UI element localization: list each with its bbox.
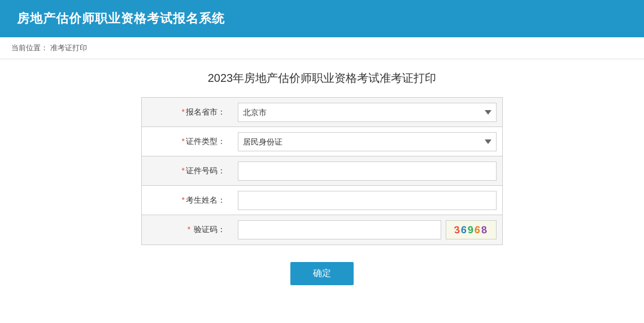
breadcrumb-current: 准考证打印	[50, 43, 87, 52]
name-label: *考生姓名：	[142, 195, 232, 206]
page-title: 2023年房地产估价师职业资格考试准考证打印	[23, 71, 621, 86]
id-type-field: 居民身份证 护照 港澳通行证	[232, 128, 502, 156]
app-header: 房地产估价师职业资格考试报名系统	[0, 0, 644, 37]
captcha-row: * 验证码： 3 6 9 6 8	[142, 215, 502, 245]
captcha-char-5: 8	[481, 224, 489, 236]
id-number-label: *证件号码：	[142, 166, 232, 176]
province-select[interactable]: 北京市 上海市 广州市 深圳市	[238, 103, 497, 122]
id-number-input[interactable]	[238, 162, 497, 181]
province-row: *报名省市： 北京市 上海市 广州市 深圳市	[142, 98, 502, 127]
captcha-input[interactable]	[238, 220, 441, 239]
province-field: 北京市 上海市 广州市 深圳市	[232, 98, 502, 126]
form-container: *报名省市： 北京市 上海市 广州市 深圳市 *证件类型：	[141, 97, 503, 245]
name-field	[232, 186, 502, 215]
captcha-label: * 验证码：	[142, 225, 232, 235]
id-number-field	[232, 157, 502, 185]
id-number-row: *证件号码：	[142, 156, 502, 186]
id-type-label: *证件类型：	[142, 137, 232, 147]
captcha-container: 3 6 9 6 8	[238, 220, 497, 239]
app-title: 房地产估价师职业资格考试报名系统	[17, 11, 225, 25]
submit-button[interactable]: 确定	[290, 262, 354, 285]
breadcrumb-prefix: 当前位置：	[11, 43, 48, 52]
id-type-select[interactable]: 居民身份证 护照 港澳通行证	[238, 132, 497, 151]
breadcrumb: 当前位置： 准考证打印	[0, 37, 644, 59]
captcha-field: 3 6 9 6 8	[232, 216, 502, 244]
province-label: *报名省市：	[142, 107, 232, 117]
name-row: *考生姓名：	[142, 186, 502, 215]
submit-container: 确定	[23, 262, 621, 285]
province-required-star: *	[182, 107, 185, 116]
captcha-image[interactable]: 3 6 9 6 8	[446, 220, 497, 239]
page-content: 2023年房地产估价师职业资格考试准考证打印 *报名省市： 北京市 上海市 广州…	[0, 59, 644, 308]
main-container: 当前位置： 准考证打印 2023年房地产估价师职业资格考试准考证打印 *报名省市…	[0, 37, 644, 323]
name-input[interactable]	[238, 191, 497, 210]
id-type-row: *证件类型： 居民身份证 护照 港澳通行证	[142, 127, 502, 156]
